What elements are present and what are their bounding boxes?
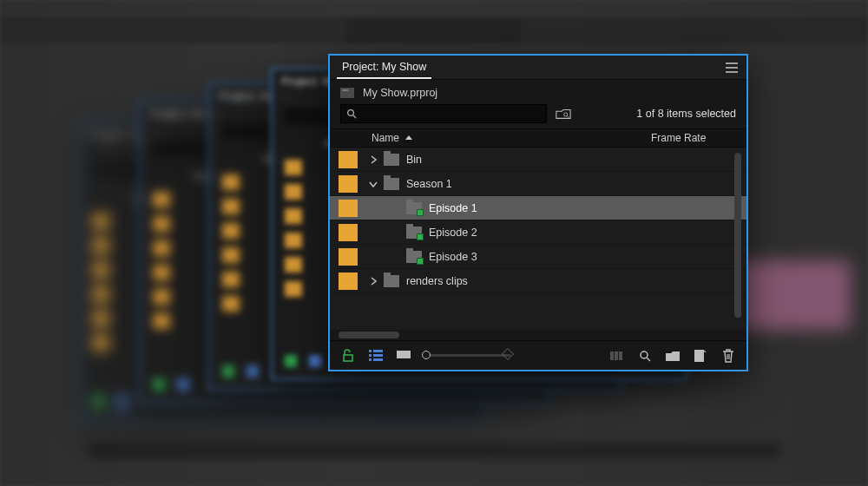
svg-rect-12	[615, 351, 618, 360]
svg-rect-3	[369, 350, 372, 352]
folder-icon	[384, 154, 399, 166]
item-label: Season 1	[406, 178, 722, 190]
column-name[interactable]: Name	[368, 132, 651, 144]
new-bin-icon[interactable]	[665, 348, 681, 364]
panel-menu-icon[interactable]	[724, 60, 740, 76]
search-input-container[interactable]	[340, 104, 547, 123]
svg-rect-8	[373, 358, 383, 361]
search-input[interactable]	[360, 108, 541, 120]
column-frame-rate[interactable]: Frame Rate	[651, 132, 746, 144]
horizontal-scrollbar[interactable]	[339, 332, 738, 340]
list-view-icon[interactable]	[368, 348, 384, 364]
project-panel: Project: My Show My Show.prproj 1 of 8 i…	[328, 54, 748, 371]
sequence-icon	[406, 251, 422, 263]
project-items-list: BinSeason 1Episode 1Episode 2Episode 3re…	[330, 148, 746, 330]
chevron-down-icon[interactable]	[366, 181, 380, 187]
selection-status: 1 of 8 items selected	[636, 108, 736, 120]
svg-rect-4	[369, 354, 372, 357]
zoom-slider[interactable]	[424, 354, 510, 357]
label-swatch	[339, 175, 358, 193]
svg-point-0	[348, 110, 354, 116]
svg-rect-15	[694, 350, 704, 362]
icon-view-icon[interactable]	[396, 348, 411, 364]
project-file-name: My Show.prproj	[363, 87, 437, 99]
project-row-3[interactable]: Episode 2	[330, 220, 746, 245]
panel-footer	[330, 340, 746, 370]
item-label: Episode 2	[429, 227, 722, 239]
column-header: Name Frame Rate	[330, 128, 746, 148]
sort-asc-icon	[404, 132, 413, 144]
label-swatch	[339, 248, 358, 266]
project-file-row: My Show.prproj	[330, 80, 746, 101]
svg-point-14	[641, 351, 648, 358]
svg-rect-13	[619, 351, 622, 360]
lock-icon[interactable]	[340, 348, 356, 364]
search-icon	[346, 108, 357, 119]
sequence-icon	[406, 227, 422, 239]
project-row-4[interactable]: Episode 3	[330, 245, 746, 269]
folder-icon	[384, 178, 399, 190]
label-swatch	[339, 200, 358, 217]
new-item-icon[interactable]	[693, 348, 708, 364]
find-in-bin-icon[interactable]	[556, 106, 571, 122]
chevron-right-icon[interactable]	[366, 277, 380, 286]
folder-icon	[384, 275, 399, 287]
svg-rect-6	[373, 350, 383, 352]
project-row-2[interactable]: Episode 1	[330, 196, 746, 220]
svg-rect-10	[397, 358, 411, 361]
trash-icon[interactable]	[720, 348, 736, 364]
label-swatch	[339, 224, 358, 241]
freeform-view-icon[interactable]	[609, 348, 625, 364]
bottom-bar-blur	[87, 443, 781, 458]
find-icon[interactable]	[637, 348, 653, 364]
project-row-0[interactable]: Bin	[330, 148, 746, 172]
item-label: Episode 1	[429, 202, 722, 214]
panel-tab[interactable]: Project: My Show	[337, 56, 431, 79]
sequence-icon	[406, 202, 422, 214]
chevron-right-icon[interactable]	[366, 155, 380, 164]
vertical-scrollbar[interactable]	[734, 153, 741, 318]
project-row-1[interactable]: Season 1	[330, 172, 746, 196]
label-swatch	[339, 273, 358, 290]
item-label: Episode 3	[429, 251, 722, 263]
svg-rect-5	[369, 358, 372, 361]
label-swatch	[339, 151, 358, 168]
project-file-icon	[340, 88, 354, 98]
svg-rect-7	[373, 354, 383, 357]
panel-titlebar[interactable]: Project: My Show	[330, 56, 746, 80]
svg-rect-11	[610, 351, 614, 360]
item-label: Bin	[406, 154, 722, 166]
project-row-5[interactable]: renders clips	[330, 269, 746, 293]
svg-rect-2	[344, 355, 352, 361]
item-label: renders clips	[406, 275, 722, 287]
svg-point-1	[564, 113, 568, 116]
